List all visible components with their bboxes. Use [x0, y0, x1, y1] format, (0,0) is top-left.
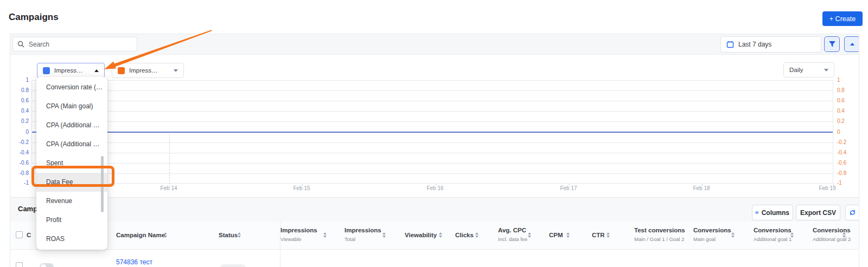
menu-item-conversion-rate[interactable]: Conversion rate (… [36, 78, 107, 97]
filter-icon [828, 41, 836, 48]
menu-item-spent[interactable]: Spent [36, 154, 107, 173]
menu-item-cpa-main[interactable]: CPA (Main goal) [36, 97, 107, 116]
row-checkbox[interactable] [16, 262, 23, 267]
sort-icon[interactable] [382, 232, 386, 238]
y-axis-left-tick: 0.6 [11, 97, 29, 103]
series-1-color-swatch [43, 67, 50, 74]
header-conversions-add1[interactable]: Conversions [754, 227, 792, 233]
columns-button[interactable]: Columns [752, 205, 793, 220]
series-picker-1[interactable]: Impress… [37, 63, 105, 78]
search-box[interactable] [12, 37, 137, 51]
header-impressions-total-sub: Total [344, 236, 355, 242]
refresh-icon [849, 209, 856, 216]
series-picker-2[interactable]: Impress… [112, 63, 184, 78]
x-axis-tick: Feb 16 [426, 185, 443, 191]
sort-icon[interactable] [843, 232, 846, 238]
menu-item-profit[interactable]: Profit [36, 211, 107, 230]
y-axis-right-tick: -0.8 [837, 170, 857, 176]
y-axis-right-tick: 0.6 [837, 97, 857, 103]
header-conversions-main[interactable]: Conversions [693, 227, 731, 233]
x-axis-tick: Feb 19 [819, 185, 835, 191]
create-button[interactable]: + Create [822, 11, 863, 26]
series-1-label: Impress… [54, 67, 90, 74]
sort-icon[interactable] [607, 232, 610, 238]
columns-button-label: Columns [762, 209, 789, 217]
calendar-icon [726, 41, 734, 48]
x-axis-tick: Feb 15 [293, 185, 310, 191]
series-line-zero [32, 132, 833, 133]
y-axis-right-tick: 0 [837, 129, 857, 135]
y-axis-left-tick: 0 [11, 129, 29, 135]
y-axis-left-tick: -0.6 [11, 160, 29, 166]
search-input[interactable] [28, 40, 132, 49]
header-conversions-add1-sub: Additional goal 1 [754, 236, 792, 242]
header-cpm[interactable]: CPM [549, 232, 563, 238]
granularity-select[interactable]: Daily [783, 62, 834, 77]
header-status[interactable]: Status [219, 232, 238, 238]
y-axis-right-tick: -0.6 [837, 160, 857, 166]
table-section-header [10, 197, 859, 222]
menu-item-cpa-add2[interactable]: CPA (Additional … [36, 135, 107, 154]
header-test-conversions: Test conversions [634, 227, 685, 233]
y-axis-left-tick: 1 [11, 77, 29, 83]
header-impressions-viewable-sub: Viewable [280, 236, 301, 242]
collapse-chart-button[interactable] [844, 36, 859, 52]
header-ctr[interactable]: CTR [592, 232, 605, 238]
search-icon [17, 41, 24, 48]
series-2-color-swatch [118, 67, 125, 74]
menu-scrollbar-thumb[interactable] [101, 156, 104, 212]
sort-icon[interactable] [439, 232, 442, 238]
header-hidden-col[interactable]: C [27, 232, 31, 238]
x-axis-tick: Feb 18 [693, 185, 710, 191]
sort-icon[interactable] [566, 232, 570, 238]
header-impressions-viewable[interactable]: Impressions [280, 227, 317, 233]
hover-crosshair-line [169, 134, 170, 187]
chevron-up-icon [94, 69, 99, 72]
page-title: Campaigns [9, 12, 59, 23]
menu-item-roas[interactable]: ROAS [36, 230, 107, 249]
export-csv-label: Export CSV [800, 209, 836, 217]
date-range-picker[interactable]: Last 7 days [720, 36, 821, 53]
y-axis-left-tick: -0.2 [11, 139, 29, 145]
header-impressions-total[interactable]: Impressions [344, 227, 381, 233]
refresh-button[interactable] [845, 205, 859, 220]
y-axis-right-tick: 0.4 [837, 108, 857, 114]
header-conversions-main-sub: Main goal [693, 236, 716, 242]
main-panel: Last 7 days Impress… Impress… Daily [10, 34, 859, 267]
sort-icon[interactable] [475, 232, 478, 238]
y-axis-left-tick: -0.4 [11, 149, 29, 155]
y-axis-right-tick: -1 [837, 180, 857, 186]
y-axis-left-tick: -0.8 [11, 170, 29, 176]
menu-item-revenue[interactable]: Revenue [36, 192, 107, 211]
header-avg-cpc-sub: Incl. data fee [498, 236, 527, 242]
header-clicks[interactable]: Clicks [455, 232, 474, 238]
series-2-label: Impress… [129, 67, 169, 74]
chevron-up-icon [850, 43, 854, 45]
y-axis-right-tick: 0.8 [837, 87, 857, 93]
select-all-checkbox[interactable] [16, 231, 23, 238]
sort-icon[interactable] [790, 232, 794, 238]
y-axis-right-tick: -0.2 [837, 139, 857, 145]
x-axis-tick: Feb 17 [560, 185, 577, 191]
metric-dropdown-menu: Conversion rate (… CPA (Main goal) CPA (… [36, 77, 107, 250]
granularity-label: Daily [789, 67, 820, 73]
sort-icon[interactable] [238, 232, 241, 238]
chevron-down-icon [174, 69, 178, 72]
menu-item-cpa-add1[interactable]: CPA (Additional … [36, 116, 107, 135]
sort-icon[interactable] [528, 232, 531, 238]
campaigns-page: Campaigns + Create Last 7 days [0, 0, 868, 267]
header-campaign-name[interactable]: Campaign Name [116, 232, 165, 238]
export-csv-button[interactable]: Export CSV [796, 205, 840, 220]
date-range-label: Last 7 days [738, 41, 771, 48]
y-axis-left-tick: 0.8 [11, 87, 29, 93]
sort-icon[interactable] [323, 232, 327, 238]
y-axis-left-tick: 0.4 [11, 108, 29, 114]
header-avg-cpc[interactable]: Avg. CPC [498, 227, 526, 233]
sort-icon[interactable] [731, 232, 735, 238]
row-toggle[interactable] [40, 263, 54, 267]
filter-button[interactable] [824, 36, 840, 52]
campaign-name-link[interactable]: 574836 тест [116, 258, 152, 266]
header-viewability[interactable]: Viewability [405, 232, 437, 238]
sort-icon[interactable] [164, 232, 167, 238]
menu-item-data-fee[interactable]: Data Fee [36, 173, 107, 192]
